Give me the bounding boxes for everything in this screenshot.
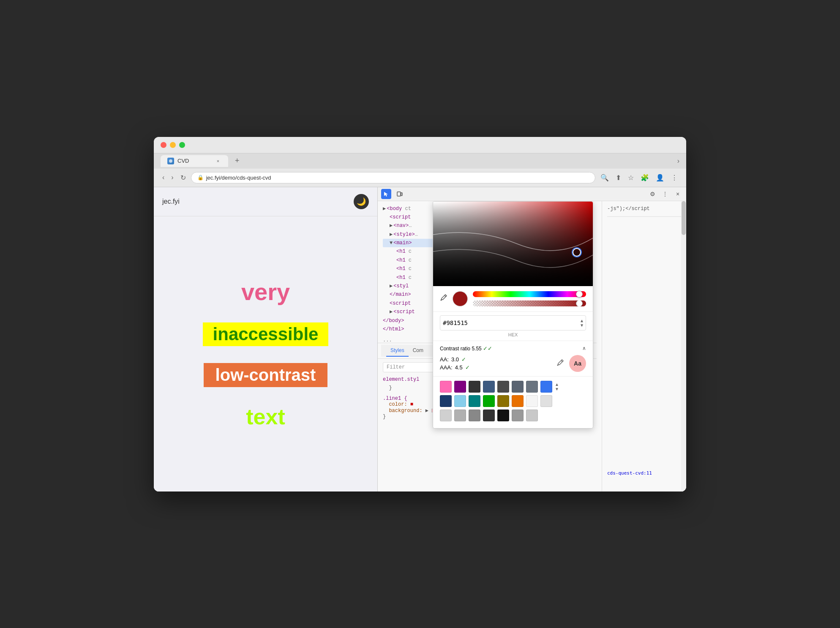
contrast-eyedropper-button[interactable] <box>556 359 564 368</box>
swatch-skyblue[interactable] <box>454 395 466 407</box>
mac-window: CVD × + › ‹ › ↻ 🔒 jec.fyi/demo/cds-quest… <box>154 137 686 491</box>
script-text: -js");</script <box>607 206 650 212</box>
color-sliders <box>473 291 586 306</box>
aa-aaa-rows: AA: 3.0 ✓ AAA: 4.5 ✓ <box>440 356 470 371</box>
devtools-close-area: ⚙ ⋮ × <box>647 189 683 199</box>
page-area: jec.fyi 🌙 very inaccessible low-contrast… <box>154 187 378 491</box>
search-icon[interactable]: 🔍 <box>599 172 611 183</box>
refresh-button[interactable]: ↻ <box>179 172 188 183</box>
current-color-swatch[interactable] <box>453 291 468 306</box>
swatch-nearwhite[interactable] <box>526 395 538 407</box>
contrast-collapse-button[interactable]: ∧ <box>582 345 586 351</box>
swatch-row-2 <box>440 395 586 407</box>
alpha-slider[interactable] <box>473 300 586 306</box>
swatch-blue[interactable] <box>540 381 552 393</box>
dark-mode-toggle[interactable]: 🌙 <box>354 194 369 209</box>
svg-rect-1 <box>397 192 401 196</box>
profile-icon[interactable]: 👤 <box>654 172 666 183</box>
word-inaccessible: inaccessible <box>208 322 324 346</box>
aa-row: AA: 3.0 ✓ <box>440 356 470 363</box>
minimize-button[interactable] <box>170 142 176 148</box>
swatch-purple[interactable] <box>454 381 466 393</box>
alpha-overlay <box>473 300 586 306</box>
tab-list-button[interactable]: › <box>677 157 679 165</box>
swatches-scroll[interactable]: ▲ ▼ <box>555 382 559 391</box>
close-devtools-button[interactable]: × <box>673 189 683 199</box>
tab-close-button[interactable]: × <box>215 158 221 164</box>
tab-styles[interactable]: Styles <box>386 345 409 357</box>
swatch-darkgray3[interactable] <box>483 410 495 421</box>
eyedropper-button[interactable] <box>440 294 447 303</box>
double-check-icon: ✓✓ <box>483 345 492 352</box>
swatch-darkgray2[interactable] <box>497 381 509 393</box>
device-emulation-tool[interactable] <box>395 189 405 199</box>
word-very: very <box>241 278 290 306</box>
contrast-section: Contrast ratio 5.55 ✓✓ ∧ AA: <box>433 341 593 377</box>
devtools-scrollbar[interactable] <box>681 201 686 491</box>
aaa-check-icon: ✓ <box>465 364 470 371</box>
swatch-darkgray1[interactable] <box>469 381 480 393</box>
aa-aaa-section: AA: 3.0 ✓ AAA: 4.5 ✓ <box>440 355 586 372</box>
scrollbar-thumb[interactable] <box>682 201 686 235</box>
hex-input-area: #981515 ▲ ▼ HEX <box>433 312 593 341</box>
forward-button[interactable]: › <box>169 172 175 183</box>
hex-input[interactable]: #981515 ▲ ▼ <box>440 315 586 330</box>
word-inaccessible-container: inaccessible <box>203 322 329 346</box>
aaa-value: 4.5 <box>455 364 463 371</box>
page-words: very inaccessible low-contrast text <box>154 216 377 491</box>
contrast-title: Contrast ratio 5.55 ✓✓ <box>440 345 492 352</box>
aa-label: AA: <box>440 356 449 363</box>
swatch-nearblack[interactable] <box>497 410 509 421</box>
swatch-gray1[interactable] <box>440 410 452 421</box>
word-low-contrast-container: low-contrast <box>204 363 328 387</box>
bookmark-icon[interactable]: ☆ <box>626 172 635 183</box>
share-icon[interactable]: ⬆ <box>614 172 623 183</box>
more-button[interactable]: ⋮ <box>669 172 679 183</box>
back-button[interactable]: ‹ <box>161 172 166 183</box>
svg-point-0 <box>169 159 172 163</box>
style-prop-color: color: <box>389 401 407 407</box>
swatch-gray3[interactable] <box>512 410 524 421</box>
cursor-tool[interactable] <box>381 189 391 199</box>
devtools-toolbar: ⚙ ⋮ × <box>378 187 686 201</box>
color-gradient[interactable] <box>433 202 593 286</box>
file-reference: cds-quest-cvd:11 <box>607 470 681 476</box>
swatch-slategray[interactable] <box>512 381 524 393</box>
swatch-gray[interactable] <box>526 381 538 393</box>
hue-slider-thumb[interactable] <box>576 291 583 298</box>
settings-icon[interactable]: ⚙ <box>647 189 657 199</box>
swatch-lightgray2[interactable] <box>526 410 538 421</box>
svg-point-5 <box>441 300 442 301</box>
style-selector-line1: .line1 { <box>383 396 407 401</box>
dots-menu[interactable]: ... <box>383 337 392 343</box>
swatch-orange[interactable] <box>512 395 524 407</box>
maximize-button[interactable] <box>179 142 185 148</box>
new-tab-button[interactable]: + <box>232 155 243 167</box>
color-picker-cursor[interactable] <box>573 248 581 257</box>
hex-arrows[interactable]: ▲ ▼ <box>581 318 583 328</box>
tab-favicon <box>167 158 174 164</box>
swatch-lightgray[interactable] <box>540 395 552 407</box>
more-options-icon[interactable]: ⋮ <box>660 189 670 199</box>
aa-check-icon: ✓ <box>461 356 466 363</box>
swatch-midgray[interactable] <box>469 410 480 421</box>
tab-computed[interactable]: Com <box>409 345 428 357</box>
hue-slider[interactable] <box>473 291 586 297</box>
swatch-green[interactable] <box>483 395 495 407</box>
swatch-row-1: ▲ ▼ <box>440 381 586 393</box>
swatch-pink[interactable] <box>440 381 452 393</box>
address-input[interactable]: 🔒 jec.fyi/demo/cds-quest-cvd <box>191 172 595 183</box>
browser-tab-cvd[interactable]: CVD × <box>161 155 228 167</box>
swatch-steelblue[interactable] <box>483 381 495 393</box>
extensions-icon[interactable]: 🧩 <box>639 172 651 183</box>
aa-value: 3.0 <box>451 356 459 363</box>
svg-point-6 <box>557 364 559 366</box>
devtools-tools <box>381 189 405 199</box>
swatch-darkblue[interactable] <box>440 395 452 407</box>
filter-placeholder: Filter <box>387 364 405 370</box>
close-button[interactable] <box>161 142 166 148</box>
swatch-teal[interactable] <box>469 395 480 407</box>
alpha-slider-thumb[interactable] <box>576 300 583 306</box>
swatch-darkyellow[interactable] <box>497 395 509 407</box>
swatch-gray2[interactable] <box>454 410 466 421</box>
